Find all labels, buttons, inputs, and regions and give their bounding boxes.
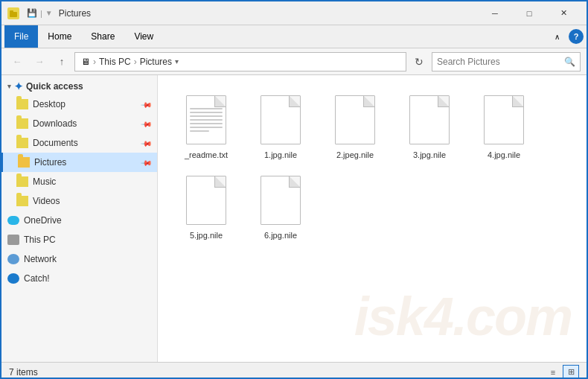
quick-access-arrow: ▾	[7, 83, 11, 90]
file-icon-2	[333, 93, 377, 147]
file-item-readme[interactable]: _readme.txt	[173, 90, 240, 163]
path-separator-1: ›	[93, 57, 96, 67]
title-controls: ─ □ ✕	[478, 1, 581, 25]
videos-folder-icon	[16, 196, 28, 206]
tab-view[interactable]: View	[124, 25, 163, 48]
title-bar-left-icons: 💾 | ▼	[7, 7, 53, 19]
svg-rect-1	[10, 10, 13, 13]
back-button[interactable]: ←	[7, 52, 27, 71]
ribbon-tab-bar: File Home Share View ∧ ?	[1, 25, 587, 48]
tab-file[interactable]: File	[4, 25, 38, 48]
sidebar-item-downloads[interactable]: Downloads 📌	[1, 114, 157, 133]
file-page-6	[261, 176, 301, 225]
pictures-folder-icon	[18, 157, 30, 168]
onedrive-icon	[7, 216, 19, 225]
tab-share[interactable]: Share	[81, 25, 124, 48]
search-icon[interactable]: 🔍	[564, 57, 575, 67]
file-item-1[interactable]: 1.jpg.nile	[247, 90, 314, 163]
refresh-button[interactable]: ↻	[409, 52, 429, 71]
file-item-2[interactable]: 2.jpeg.nile	[322, 90, 389, 163]
address-bar: ← → ↑ 🖥 › This PC › Pictures ▾ ↻ 🔍	[1, 48, 587, 75]
sidebar-item-thispc[interactable]: This PC	[1, 230, 157, 249]
title-bar: 💾 | ▼ Pictures ─ □ ✕	[1, 1, 587, 25]
file-name-6: 6.jpg.nile	[264, 230, 297, 241]
file-name-1: 1.jpg.nile	[264, 150, 297, 160]
path-icon: 🖥	[81, 57, 90, 67]
file-item-3[interactable]: 3.jpg.nile	[396, 90, 463, 163]
file-icon-readme	[184, 93, 229, 147]
quick-access-header[interactable]: ▾ ✦ Quick access	[1, 78, 157, 95]
sidebar-item-catch[interactable]: Catch!	[1, 269, 157, 288]
videos-label: Videos	[33, 196, 60, 206]
downloads-pin-icon: 📌	[141, 118, 153, 130]
svg-rect-0	[10, 12, 17, 17]
file-name-2: 2.jpeg.nile	[336, 150, 374, 160]
file-name-3: 3.jpg.nile	[413, 150, 446, 160]
file-icon-5	[184, 173, 229, 227]
downloads-folder-icon	[16, 118, 28, 129]
path-pictures[interactable]: Pictures	[140, 57, 172, 67]
file-page-4	[484, 95, 524, 144]
documents-pin-icon: 📌	[141, 137, 153, 149]
pictures-label: Pictures	[34, 157, 66, 168]
quick-access-star-icon: ✦	[14, 80, 23, 92]
items-count: 7 items	[9, 367, 38, 378]
address-path[interactable]: 🖥 › This PC › Pictures ▾	[74, 52, 406, 71]
file-name-4: 4.jpg.nile	[488, 150, 520, 160]
file-item-5[interactable]: 5.jpg.nile	[173, 171, 240, 243]
quick-access-save[interactable]: 💾	[27, 8, 37, 18]
forward-button[interactable]: →	[30, 52, 49, 71]
catch-label: Catch!	[24, 273, 50, 284]
ribbon-collapse-button[interactable]: ∧	[549, 29, 564, 44]
desktop-pin-icon: 📌	[141, 98, 153, 110]
sidebar-item-onedrive[interactable]: OneDrive	[1, 211, 157, 230]
status-bar: 7 items ≡ ⊞	[1, 362, 587, 379]
sidebar-item-music[interactable]: Music	[1, 172, 157, 191]
up-button[interactable]: ↑	[52, 52, 71, 71]
file-page-readme	[186, 95, 226, 144]
path-separator-2: ›	[134, 57, 137, 67]
maximize-button[interactable]: □	[512, 1, 546, 25]
search-input[interactable]	[437, 57, 561, 67]
file-page-5	[186, 176, 226, 225]
file-page-2	[335, 95, 375, 144]
file-name-5: 5.jpg.nile	[190, 230, 223, 241]
sidebar-item-videos[interactable]: Videos	[1, 191, 157, 211]
file-item-4[interactable]: 4.jpg.nile	[470, 90, 537, 163]
music-folder-icon	[16, 176, 28, 187]
file-icon-6	[258, 173, 303, 227]
file-page-1	[261, 95, 301, 144]
sidebar: ▾ ✦ Quick access Desktop 📌 Downloads 📌 D…	[1, 75, 158, 362]
network-label: Network	[24, 254, 57, 264]
music-label: Music	[33, 176, 56, 187]
path-dropdown-arrow[interactable]: ▾	[175, 57, 179, 66]
path-this-pc[interactable]: This PC	[99, 57, 131, 67]
onedrive-label: OneDrive	[24, 215, 62, 226]
thispc-label: This PC	[24, 235, 56, 245]
close-button[interactable]: ✕	[546, 1, 581, 25]
file-name-readme: _readme.txt	[185, 150, 228, 160]
files-grid: _readme.txt 1.jpg.nile 2.jpeg.nile	[165, 83, 579, 252]
file-lines-readme	[190, 108, 223, 134]
title-divider: |	[40, 9, 42, 18]
catch-icon	[7, 273, 19, 284]
search-box[interactable]: 🔍	[432, 52, 581, 71]
desktop-label: Desktop	[33, 99, 65, 109]
window-title: Pictures	[59, 8, 478, 19]
sidebar-item-pictures[interactable]: Pictures 📌	[1, 153, 157, 172]
view-list-button[interactable]: ≡	[545, 365, 561, 380]
sidebar-item-desktop[interactable]: Desktop 📌	[1, 95, 157, 114]
minimize-button[interactable]: ─	[478, 1, 512, 25]
documents-label: Documents	[33, 138, 78, 148]
file-icon-1	[258, 93, 303, 147]
help-button[interactable]: ?	[569, 29, 584, 44]
quick-access-label: Quick access	[26, 81, 83, 92]
sidebar-item-documents[interactable]: Documents 📌	[1, 133, 157, 153]
dropdown-arrow[interactable]: ▼	[45, 9, 53, 17]
ribbon: File Home Share View ∧ ?	[1, 25, 587, 48]
view-large-icon-button[interactable]: ⊞	[563, 365, 579, 380]
file-item-6[interactable]: 6.jpg.nile	[247, 171, 314, 243]
documents-folder-icon	[16, 138, 28, 148]
sidebar-item-network[interactable]: Network	[1, 249, 157, 269]
tab-home[interactable]: Home	[38, 25, 81, 48]
